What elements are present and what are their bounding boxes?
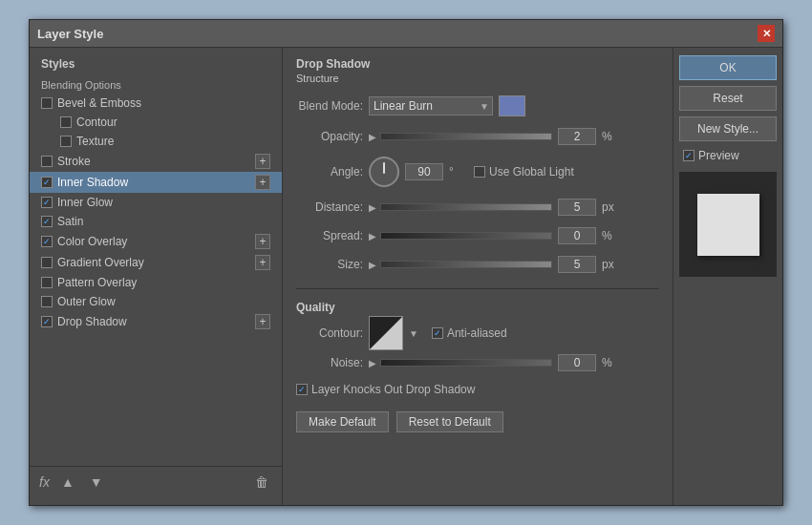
- blending-options-label: Blending Options: [41, 79, 121, 91]
- bevel-emboss-label: Bevel & Emboss: [57, 96, 141, 110]
- satin-checkbox[interactable]: [41, 216, 53, 227]
- noise-unit: %: [602, 356, 621, 369]
- color-overlay-checkbox[interactable]: [41, 236, 53, 247]
- texture-label: Texture: [76, 135, 114, 148]
- sidebar-item-blending-options[interactable]: Blending Options: [30, 76, 282, 94]
- contour-preview[interactable]: [369, 316, 403, 350]
- noise-slider-container: ▶: [369, 358, 552, 368]
- drop-shadow-checkbox[interactable]: [41, 316, 53, 327]
- svg-marker-0: [370, 317, 402, 349]
- layer-knocks-label[interactable]: Layer Knocks Out Drop Shadow: [296, 383, 475, 396]
- blend-mode-label: Blend Mode:: [296, 99, 363, 113]
- angle-row: Angle: ° Use Global Light: [296, 157, 659, 187]
- sidebar-item-outer-glow[interactable]: Outer Glow: [30, 292, 282, 311]
- use-global-light-label[interactable]: Use Global Light: [474, 165, 574, 178]
- noise-slider[interactable]: [380, 359, 552, 367]
- move-up-button[interactable]: ▲: [57, 472, 78, 492]
- preview-label[interactable]: Preview: [679, 147, 777, 164]
- inner-glow-label: Inner Glow: [57, 196, 113, 209]
- anti-aliased-checkbox[interactable]: [432, 327, 443, 339]
- spread-unit: %: [602, 229, 621, 242]
- layer-style-dialog: Layer Style ✕ Styles Blending Options Be…: [29, 19, 783, 506]
- opacity-slider[interactable]: [380, 133, 552, 140]
- size-slider[interactable]: [380, 261, 552, 268]
- quality-section: Quality Contour: ▼ Anti-aliased: [296, 301, 659, 375]
- bottom-buttons: Make Default Reset to Default: [296, 411, 659, 432]
- size-input[interactable]: [558, 256, 596, 273]
- size-label: Size:: [296, 258, 363, 271]
- angle-input[interactable]: [405, 163, 443, 180]
- sidebar-item-satin[interactable]: Satin: [30, 212, 282, 231]
- distance-slider-arrow-icon: ▶: [369, 202, 376, 213]
- delete-button[interactable]: 🗑: [251, 472, 272, 492]
- bevel-emboss-checkbox[interactable]: [41, 97, 53, 109]
- spread-label: Spread:: [296, 229, 363, 242]
- outer-glow-checkbox[interactable]: [41, 296, 53, 307]
- opacity-input[interactable]: [558, 128, 596, 145]
- sidebar-item-texture[interactable]: Texture: [30, 132, 282, 151]
- sidebar-item-inner-glow[interactable]: Inner Glow: [30, 193, 282, 212]
- spread-row: Spread: ▶ %: [296, 227, 659, 244]
- blend-mode-color-swatch[interactable]: [499, 95, 525, 116]
- noise-input[interactable]: [558, 354, 596, 371]
- structure-title: Structure: [296, 73, 659, 84]
- opacity-unit: %: [602, 130, 621, 143]
- close-button[interactable]: ✕: [758, 25, 775, 42]
- new-style-button[interactable]: New Style...: [679, 116, 777, 141]
- spread-slider[interactable]: [380, 232, 552, 240]
- use-global-light-text: Use Global Light: [489, 165, 574, 178]
- pattern-overlay-label: Pattern Overlay: [57, 276, 137, 289]
- reset-to-default-button[interactable]: Reset to Default: [396, 411, 503, 432]
- outer-glow-label: Outer Glow: [57, 295, 116, 308]
- left-panel: Styles Blending Options Bevel & Emboss C…: [30, 48, 283, 505]
- sidebar-item-stroke[interactable]: Stroke +: [30, 151, 282, 172]
- move-down-button[interactable]: ▼: [86, 472, 107, 492]
- reset-button[interactable]: Reset: [679, 86, 777, 111]
- use-global-light-checkbox[interactable]: [474, 166, 485, 178]
- inner-glow-checkbox[interactable]: [41, 197, 53, 208]
- size-unit: px: [602, 258, 621, 271]
- spread-input[interactable]: [558, 227, 596, 244]
- preview-checkbox[interactable]: [683, 150, 694, 161]
- divider: [296, 288, 659, 289]
- preview-canvas: [679, 172, 777, 277]
- stroke-checkbox[interactable]: [41, 156, 53, 167]
- gradient-overlay-add-button[interactable]: +: [255, 255, 270, 270]
- styles-header: Styles: [30, 55, 282, 76]
- distance-input[interactable]: [558, 199, 596, 216]
- inner-shadow-label: Inner Shadow: [57, 176, 128, 189]
- inner-shadow-add-button[interactable]: +: [255, 175, 270, 190]
- distance-label: Distance:: [296, 200, 363, 214]
- ok-button[interactable]: OK: [679, 55, 777, 80]
- inner-shadow-checkbox[interactable]: [41, 177, 53, 188]
- contour-dropdown-arrow-icon[interactable]: ▼: [409, 328, 418, 339]
- texture-checkbox[interactable]: [60, 136, 72, 147]
- sidebar-item-contour[interactable]: Contour: [30, 113, 282, 132]
- sidebar-item-color-overlay[interactable]: Color Overlay +: [30, 231, 282, 252]
- stroke-add-button[interactable]: +: [255, 154, 270, 169]
- opacity-row: Opacity: ▶ %: [296, 128, 659, 145]
- blend-mode-dropdown-wrapper[interactable]: Linear Burn Normal Multiply ▼: [369, 96, 493, 116]
- contour-label: Contour: [76, 116, 118, 129]
- sidebar-item-gradient-overlay[interactable]: Gradient Overlay +: [30, 252, 282, 273]
- angle-dial[interactable]: [369, 157, 399, 187]
- distance-unit: px: [602, 200, 621, 214]
- blend-mode-select[interactable]: Linear Burn Normal Multiply: [369, 96, 493, 116]
- contour-checkbox[interactable]: [60, 116, 72, 128]
- sidebar-item-drop-shadow[interactable]: Drop Shadow +: [30, 311, 282, 332]
- color-overlay-add-button[interactable]: +: [255, 234, 270, 249]
- opacity-slider-container: ▶: [369, 132, 552, 142]
- drop-shadow-add-button[interactable]: +: [255, 314, 270, 329]
- sidebar-item-pattern-overlay[interactable]: Pattern Overlay: [30, 273, 282, 292]
- layer-knocks-checkbox[interactable]: [296, 384, 308, 395]
- distance-slider[interactable]: [380, 203, 552, 211]
- sidebar-item-bevel-emboss[interactable]: Bevel & Emboss: [30, 94, 282, 113]
- anti-aliased-text: Anti-aliased: [447, 326, 507, 340]
- drop-shadow-title: Drop Shadow: [296, 57, 659, 71]
- pattern-overlay-checkbox[interactable]: [41, 277, 53, 288]
- anti-aliased-label[interactable]: Anti-aliased: [432, 326, 507, 340]
- gradient-overlay-checkbox[interactable]: [41, 257, 53, 268]
- make-default-button[interactable]: Make Default: [296, 411, 389, 432]
- sidebar-item-inner-shadow[interactable]: Inner Shadow +: [30, 172, 282, 193]
- distance-row: Distance: ▶ px: [296, 199, 659, 216]
